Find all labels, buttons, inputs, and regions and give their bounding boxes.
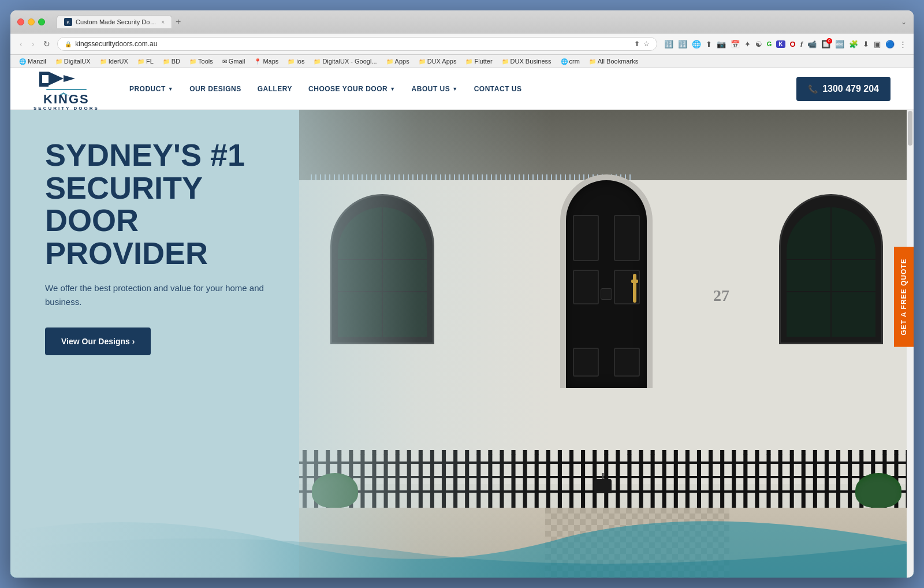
hero-title-line3: DOOR <box>45 203 139 237</box>
bookmark-folder-icon-7: 📁 <box>314 58 321 65</box>
ext-icon-toggle: ▣ <box>874 40 881 49</box>
bookmark-dux-apps[interactable]: 📁 DUX Apps <box>417 57 459 65</box>
nav-choose-door-label: CHOOSE YOUR DOOR <box>308 85 388 93</box>
ext-icon-badge: 🔲0 <box>821 40 830 49</box>
nav-product[interactable]: PRODUCT ▼ <box>122 80 180 98</box>
bookmark-dux-business[interactable]: 📁 DUX Business <box>500 57 553 65</box>
close-button[interactable] <box>17 18 24 25</box>
bookmark-manzil[interactable]: 🌐 Manzil <box>17 57 48 65</box>
bookmark-apps-label: Apps <box>395 58 409 65</box>
bookmark-fl-label: FL <box>146 58 154 65</box>
active-tab[interactable]: K Custom Made Security Doors × <box>57 15 172 28</box>
back-button[interactable]: ‹ <box>17 38 25 50</box>
reload-button[interactable]: ↻ <box>41 38 53 50</box>
bookmark-flutter[interactable]: 📁 Flutter <box>464 57 494 65</box>
minimize-button[interactable] <box>28 18 35 25</box>
nav-about-us-label: ABOUT US <box>412 85 450 93</box>
bookmark-folder-icon-2: 📁 <box>100 58 107 65</box>
bookmark-crm-label: crm <box>569 58 580 65</box>
nav-contact-us[interactable]: CONTACT US <box>467 80 529 98</box>
ext-icon-menu: ⋮ <box>899 40 907 49</box>
traffic-lights <box>17 18 45 25</box>
ext-icon-star: ✦ <box>744 40 751 49</box>
forward-button[interactable]: › <box>29 38 37 50</box>
share-icon[interactable]: ⬆ <box>634 40 640 48</box>
address-input[interactable]: 🔒 kingssecuritydoors.com.au ⬆ ☆ <box>57 37 657 51</box>
tab-title: Custom Made Security Doors <box>76 18 158 25</box>
bookmark-folder-icon-1: 📁 <box>55 58 62 65</box>
hero-subtitle: We offer the best protection and value f… <box>45 281 276 309</box>
tab-close-button[interactable]: × <box>161 19 165 25</box>
bookmark-ios[interactable]: 📁 ios <box>286 57 306 65</box>
ext-icon-2: 🔢 <box>678 40 687 49</box>
ext-icon-o: O <box>790 40 796 49</box>
title-bar: K Custom Made Security Doors × + ⌄ <box>10 10 914 34</box>
bookmark-gmail-label: Gmail <box>229 58 245 65</box>
bookmark-icon[interactable]: ☆ <box>643 40 650 48</box>
new-tab-button[interactable]: + <box>172 17 184 27</box>
svg-rect-5 <box>46 89 87 90</box>
bookmark-folder-icon-11: 📁 <box>502 58 509 65</box>
hero-cta-button[interactable]: View Our Designs › <box>45 328 151 355</box>
phone-button[interactable]: 📞 1300 479 204 <box>796 77 891 101</box>
bookmarks-bar: 🌐 Manzil 📁 DigitalUX 📁 IderUX 📁 FL 📁 BD … <box>10 55 914 68</box>
nav-about-us[interactable]: ABOUT US ▼ <box>405 80 465 98</box>
svg-rect-1 <box>39 72 42 83</box>
ext-icon-g: G <box>767 40 772 47</box>
address-icons: ⬆ ☆ <box>634 40 650 48</box>
bookmark-maps-label: Maps <box>263 58 278 65</box>
bookmark-apps[interactable]: 📁 Apps <box>385 57 411 65</box>
maximize-button[interactable] <box>38 18 45 25</box>
bookmark-fl[interactable]: 📁 FL <box>136 57 155 65</box>
ext-icon-down: ⬇ <box>863 40 869 49</box>
bookmark-folder-icon-8: 📁 <box>386 58 393 65</box>
ext-icon-3: ⬆ <box>706 40 712 49</box>
bookmark-ios-label: ios <box>296 58 304 65</box>
site-nav: KINGS SECURITY DOORS PRODUCT ▼ OUR DESIG… <box>10 68 914 110</box>
hero-title-line1: SYDNEY'S #1 <box>45 137 245 172</box>
bookmark-crm[interactable]: 🌐 crm <box>559 57 582 65</box>
bookmark-maps[interactable]: 📍 Maps <box>252 57 280 65</box>
lock-icon: 🔒 <box>65 41 72 47</box>
nav-contact-us-label: CONTACT US <box>474 85 522 93</box>
ext-icon-calendar: 📅 <box>731 40 740 49</box>
tab-bar: K Custom Made Security Doors × + <box>57 15 896 28</box>
nav-about-us-dropdown-icon: ▼ <box>452 86 457 92</box>
ext-icon-cam2: 📹 <box>807 40 817 49</box>
quote-tab[interactable]: GET A FREE QUOTE <box>894 247 914 347</box>
nav-product-dropdown-icon: ▼ <box>168 86 173 92</box>
bookmark-gmail[interactable]: ✉ Gmail <box>221 57 247 65</box>
bookmark-bd[interactable]: 📁 BD <box>161 57 182 65</box>
bookmark-mail-icon: ✉ <box>222 58 227 65</box>
nav-choose-door-dropdown-icon: ▼ <box>390 86 395 92</box>
tab-favicon: K <box>64 18 72 26</box>
bookmark-flutter-label: Flutter <box>474 58 492 65</box>
nav-our-designs[interactable]: OUR DESIGNS <box>182 80 248 98</box>
tab-controls[interactable]: ⌄ <box>901 18 907 26</box>
hero-title: SYDNEY'S #1 SECURITY DOOR PROVIDER <box>45 139 334 270</box>
bookmark-tools[interactable]: 📁 Tools <box>188 57 215 65</box>
address-bar: ‹ › ↻ 🔒 kingssecuritydoors.com.au ⬆ ☆ 🔢 … <box>10 34 914 55</box>
bookmark-digitalux[interactable]: 📁 DigitalUX <box>54 57 92 65</box>
scrollbar-thumb[interactable] <box>908 111 912 146</box>
phone-icon: 📞 <box>808 84 818 94</box>
toolbar-icons: 🔢 🔢 🌐 ⬆ 📷 📅 ✦ ☯ G K O f 📹 🔲0 🔤 🧩 ⬇ ▣ 🔵 ⋮ <box>664 40 907 49</box>
svg-marker-4 <box>64 75 75 82</box>
bookmark-digitalux2[interactable]: 📁 DigitalUX - Googl... <box>312 57 378 65</box>
ext-icon-globe: 🌐 <box>692 40 701 49</box>
browser-window: K Custom Made Security Doors × + ⌄ ‹ › ↻… <box>10 10 914 578</box>
hero-section: 27 <box>10 110 914 578</box>
bookmark-folder-icon-4: 📁 <box>163 58 170 65</box>
bookmark-all[interactable]: 📁 All Bookmarks <box>587 57 640 65</box>
bookmark-folder-icon-12: 📁 <box>589 58 596 65</box>
svg-rect-3 <box>39 83 49 87</box>
nav-choose-door[interactable]: CHOOSE YOUR DOOR ▼ <box>301 80 403 98</box>
nav-gallery[interactable]: GALLERY <box>251 80 299 98</box>
bookmark-iderux[interactable]: 📁 IderUX <box>98 57 130 65</box>
bookmark-iderux-label: IderUX <box>109 58 128 65</box>
website-content: KINGS SECURITY DOORS PRODUCT ▼ OUR DESIG… <box>10 68 914 578</box>
bookmark-all-label: All Bookmarks <box>598 58 638 65</box>
bookmark-maps-icon: 📍 <box>254 58 261 65</box>
site-logo[interactable]: KINGS SECURITY DOORS <box>33 68 99 111</box>
phone-number: 1300 479 204 <box>822 84 879 94</box>
